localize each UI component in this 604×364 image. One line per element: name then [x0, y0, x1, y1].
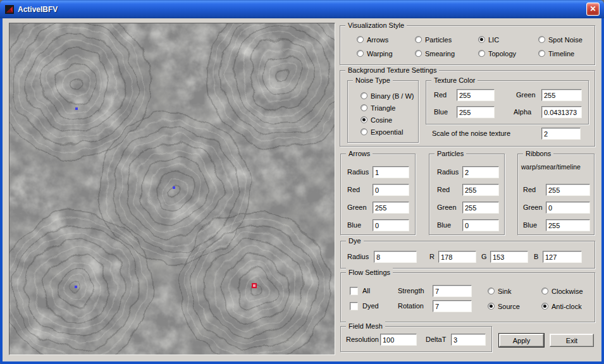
- texture-blue-input[interactable]: [457, 106, 495, 118]
- radio-icon[interactable]: [361, 104, 367, 111]
- deltat-label: DeltaT: [426, 334, 446, 346]
- viz-option-arrows[interactable]: Arrows: [357, 35, 415, 44]
- viz-option-timeline[interactable]: Timeline: [538, 49, 595, 58]
- group-title: Visualization Style: [345, 21, 407, 30]
- radio-icon[interactable]: [488, 288, 495, 294]
- radio-icon[interactable]: [541, 288, 548, 294]
- dye-radius-input[interactable]: [374, 251, 417, 263]
- particles-red-input[interactable]: [462, 184, 499, 196]
- group-dye: Dye Radius R G B: [340, 241, 595, 269]
- group-title: Texture Color: [431, 76, 478, 85]
- group-noise-type: Noise Type Binary (B / W) Triangle Cosin…: [347, 80, 419, 143]
- noise-option-expoential[interactable]: Expoential: [361, 128, 414, 136]
- title-bar[interactable]: ActiveIBFV ✕: [0, 0, 604, 18]
- option-label: Binary (B / W): [371, 92, 414, 100]
- viz-option-spot-noise[interactable]: Spot Noise: [538, 35, 595, 44]
- ribbons-green-input[interactable]: [546, 202, 590, 214]
- app-window: ActiveIBFV ✕: [0, 0, 604, 364]
- close-button[interactable]: ✕: [586, 3, 600, 16]
- arrows-red-input[interactable]: [373, 184, 409, 196]
- group-field-mesh: Field Mesh Resolution DeltaT: [340, 326, 492, 352]
- radio-icon[interactable]: [415, 36, 422, 43]
- option-label: Timeline: [548, 50, 574, 58]
- viz-option-smearing[interactable]: Smearing: [415, 49, 478, 58]
- critical-point-marker[interactable]: [75, 107, 78, 110]
- option-label: Particles: [425, 36, 452, 44]
- particles-green-label: Green: [437, 202, 457, 214]
- rotation-input[interactable]: [433, 300, 472, 312]
- texture-green-input[interactable]: [541, 89, 582, 101]
- resolution-label: Resolution: [346, 334, 379, 346]
- anticlock-radio[interactable]: Anti-clock: [541, 302, 582, 310]
- option-label: LIC: [488, 36, 499, 44]
- noise-option-cosine[interactable]: Cosine: [361, 116, 414, 124]
- particles-blue-input[interactable]: [462, 219, 499, 231]
- option-label: Triangle: [371, 104, 395, 112]
- radio-icon[interactable]: [361, 116, 367, 123]
- radio-icon[interactable]: [361, 92, 367, 99]
- deltat-input[interactable]: [451, 334, 486, 346]
- ribbons-red-label: Red: [523, 184, 536, 196]
- texture-red-input[interactable]: [457, 89, 495, 101]
- ribbons-blue-input[interactable]: [546, 219, 590, 231]
- arrows-green-input[interactable]: [373, 202, 409, 214]
- radio-icon[interactable]: [357, 50, 364, 57]
- viz-option-topology[interactable]: Topology: [478, 49, 538, 58]
- texture-green-label: Green: [516, 89, 536, 101]
- radio-icon[interactable]: [488, 303, 495, 310]
- strength-input[interactable]: [433, 285, 472, 297]
- radio-icon[interactable]: [478, 50, 485, 57]
- critical-point-marker[interactable]: [75, 286, 77, 288]
- app-icon: [4, 4, 15, 15]
- viz-option-warping[interactable]: Warping: [357, 49, 415, 58]
- dye-g-input[interactable]: [490, 251, 528, 263]
- texture-blue-label: Blue: [434, 106, 448, 118]
- clockwise-radio[interactable]: Clockwise: [541, 287, 583, 295]
- option-label: Topology: [488, 50, 516, 58]
- group-arrows: Arrows Radius Red Green Blue: [340, 154, 416, 235]
- critical-point-marker[interactable]: [173, 186, 175, 189]
- group-title: Noise Type: [353, 76, 393, 85]
- ribbons-subtitle: warp/smear/timeline: [521, 163, 581, 171]
- noise-type-options: Binary (B / W) Triangle Cosine Expoentia…: [361, 92, 414, 136]
- option-label: Anti-clock: [552, 303, 582, 310]
- exit-button[interactable]: Exit: [550, 334, 594, 347]
- all-checkbox[interactable]: [350, 287, 358, 295]
- sink-radio[interactable]: Sink: [488, 287, 511, 295]
- radio-icon[interactable]: [538, 36, 545, 43]
- group-flow-settings: Flow Settings All Strength Sink Clockwis…: [340, 272, 595, 322]
- arrows-radius-input[interactable]: [373, 166, 409, 178]
- viz-option-particles[interactable]: Particles: [415, 35, 478, 44]
- particles-green-input[interactable]: [462, 202, 499, 214]
- apply-button[interactable]: Apply: [499, 334, 544, 347]
- radio-icon[interactable]: [541, 303, 548, 310]
- particles-radius-input[interactable]: [462, 166, 499, 178]
- dyed-checkbox[interactable]: [350, 302, 358, 310]
- option-label: Arrows: [367, 36, 388, 44]
- noise-scale-input[interactable]: [541, 128, 581, 140]
- source-radio[interactable]: Source: [488, 302, 520, 310]
- noise-option-binary[interactable]: Binary (B / W): [361, 92, 414, 100]
- viz-option-lic[interactable]: LIC: [478, 35, 538, 44]
- ribbons-green-label: Green: [523, 202, 543, 214]
- group-title: Arrows: [346, 149, 373, 158]
- rotation-label: Rotation: [398, 300, 424, 312]
- group-title: Ribbons: [523, 149, 553, 158]
- particles-red-label: Red: [437, 184, 450, 196]
- radio-icon[interactable]: [538, 50, 545, 57]
- radio-icon[interactable]: [478, 36, 485, 43]
- ribbons-red-input[interactable]: [546, 184, 590, 196]
- dye-r-input[interactable]: [438, 251, 476, 263]
- flow-canvas[interactable]: [9, 23, 335, 355]
- radio-icon[interactable]: [357, 36, 364, 43]
- dye-b-input[interactable]: [543, 251, 582, 263]
- strength-label: Strength: [398, 285, 424, 297]
- noise-option-triangle[interactable]: Triangle: [361, 104, 414, 112]
- arrows-blue-input[interactable]: [373, 219, 409, 231]
- radio-icon[interactable]: [415, 50, 422, 57]
- texture-alpha-input[interactable]: [541, 106, 582, 118]
- resolution-input[interactable]: [380, 334, 417, 346]
- option-label: Spot Noise: [548, 36, 582, 44]
- radio-icon[interactable]: [361, 128, 367, 135]
- dye-source-marker[interactable]: [252, 283, 257, 288]
